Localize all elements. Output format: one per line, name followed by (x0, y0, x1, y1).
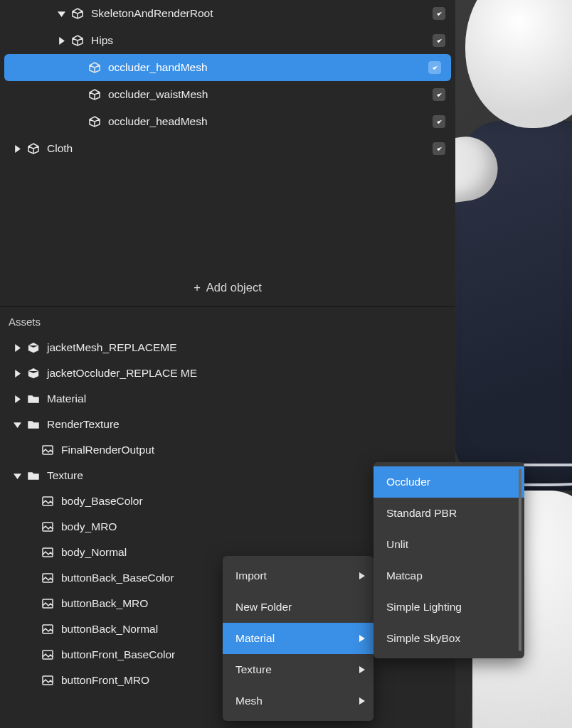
image-icon (41, 546, 54, 559)
asset-item-jacketoccluder[interactable]: jacketOccluder_REPLACE ME (0, 360, 455, 386)
chevron-right-icon (359, 569, 365, 582)
hierarchy-item-hips[interactable]: Hips (0, 27, 455, 54)
mannequin-head (465, 0, 572, 128)
image-icon (41, 597, 54, 610)
asset-label: RenderTexture (47, 418, 120, 431)
hierarchy-label: occluder_handMesh (108, 61, 208, 74)
asset-item-rendertexture-folder[interactable]: RenderTexture (0, 412, 455, 437)
chevron-right-icon (359, 632, 365, 645)
cube-icon (88, 61, 101, 74)
ctx-label: Standard PBR (386, 507, 457, 520)
chevron-down-icon[interactable] (11, 419, 23, 430)
chevron-down-icon[interactable] (11, 470, 23, 481)
asset-label: jacketMesh_REPLACEME (47, 341, 177, 354)
hierarchy-label: occluder_headMesh (108, 115, 208, 128)
assets-panel-title: Assets (0, 307, 455, 335)
info-label[interactable]: Info (540, 708, 559, 721)
folder-icon (27, 418, 40, 431)
cube-icon (88, 115, 101, 128)
mesh-icon (27, 367, 40, 380)
ctx-label: Simple SkyBox (386, 632, 460, 645)
hierarchy-item-cloth[interactable]: Cloth (0, 135, 455, 162)
hierarchy-label: Hips (91, 34, 113, 47)
asset-label: buttonFront_MRO (61, 674, 149, 687)
ctx-label: Import (235, 569, 267, 582)
image-icon (41, 648, 54, 661)
hierarchy-item-occluder-hand[interactable]: occluder_handMesh (4, 54, 451, 81)
chevron-right-icon (359, 663, 365, 676)
ctx-item-texture[interactable]: Texture (223, 654, 374, 685)
cube-icon (88, 88, 101, 101)
asset-label: jacketOccluder_REPLACE ME (47, 367, 197, 380)
ctx-item-material[interactable]: Material (223, 623, 374, 654)
cube-icon (71, 34, 84, 47)
visibility-checkbox[interactable] (433, 142, 445, 155)
ctx-item-matcap[interactable]: Matcap (374, 560, 524, 592)
ctx-item-unlit[interactable]: Unlit (374, 529, 524, 560)
hierarchy-label: occluder_waistMesh (108, 88, 208, 101)
asset-item-finalrenderoutput[interactable]: FinalRenderOutput (0, 437, 455, 463)
image-icon (41, 495, 54, 508)
ctx-label: Unlit (386, 538, 408, 551)
add-object-label: Add object (206, 281, 262, 294)
chevron-right-icon[interactable] (11, 368, 23, 379)
asset-label: Material (47, 392, 86, 405)
ctx-item-mesh[interactable]: Mesh (223, 685, 374, 717)
ctx-item-simple-skybox[interactable]: Simple SkyBox (374, 623, 524, 654)
asset-label: buttonFront_BaseColor (61, 648, 175, 661)
folder-icon (27, 469, 40, 482)
chevron-right-icon[interactable] (11, 143, 23, 154)
context-menu-material-types: Occluder Standard PBR Unlit Matcap Simpl… (374, 462, 524, 658)
hierarchy-label: Cloth (47, 142, 73, 155)
visibility-checkbox[interactable] (433, 88, 445, 101)
plus-icon: + (194, 281, 201, 294)
asset-item-jacketmesh[interactable]: jacketMesh_REPLACEME (0, 335, 455, 360)
visibility-checkbox[interactable] (433, 34, 445, 47)
hierarchy-tree: SkeletonAndRenderRoot Hips (0, 0, 455, 162)
image-icon (41, 444, 54, 456)
chevron-down-icon[interactable] (55, 8, 67, 19)
chevron-right-icon[interactable] (55, 35, 67, 46)
asset-label: buttonBack_BaseColor (61, 572, 174, 584)
hierarchy-item-occluder-head[interactable]: occluder_headMesh (0, 108, 455, 135)
image-icon (41, 572, 54, 584)
image-icon (41, 623, 54, 636)
add-object-button[interactable]: + Add object (0, 269, 455, 307)
visibility-checkbox[interactable] (428, 61, 441, 74)
asset-label: body_BaseColor (61, 495, 143, 508)
ctx-item-import[interactable]: Import (223, 560, 374, 592)
ctx-label: Texture (235, 663, 272, 676)
hierarchy-label: SkeletonAndRenderRoot (91, 7, 213, 20)
asset-label: body_Normal (61, 546, 127, 559)
asset-label: buttonBack_Normal (61, 623, 158, 636)
visibility-checkbox[interactable] (433, 7, 445, 20)
chevron-right-icon[interactable] (11, 393, 23, 405)
ctx-label: Mesh (235, 695, 263, 707)
ctx-label: Matcap (386, 569, 423, 582)
ctx-item-new-folder[interactable]: New Folder (223, 592, 374, 623)
visibility-checkbox[interactable] (433, 115, 445, 128)
ctx-item-standard-pbr[interactable]: Standard PBR (374, 498, 524, 529)
asset-label: FinalRenderOutput (61, 444, 154, 456)
asset-label: Texture (47, 469, 83, 482)
hierarchy-item-skeleton-root[interactable]: SkeletonAndRenderRoot (0, 0, 455, 27)
ctx-label: Material (235, 632, 275, 645)
ctx-label: Occluder (386, 476, 430, 488)
image-icon (41, 520, 54, 533)
mesh-icon (27, 341, 40, 354)
ctx-label: Simple Lighting (386, 601, 462, 614)
asset-label: body_MRO (61, 520, 117, 533)
ctx-item-simple-lighting[interactable]: Simple Lighting (374, 592, 524, 623)
cube-icon (71, 7, 84, 20)
chevron-right-icon[interactable] (11, 342, 23, 353)
folder-icon (27, 392, 40, 405)
chevron-right-icon (359, 695, 365, 707)
cube-icon (27, 142, 40, 155)
hierarchy-item-occluder-waist[interactable]: occluder_waistMesh (0, 81, 455, 108)
context-menu-create: Import New Folder Material Texture Mesh (223, 556, 374, 721)
ctx-label: New Folder (235, 601, 292, 614)
ctx-item-occluder[interactable]: Occluder (374, 466, 524, 498)
image-icon (41, 674, 54, 687)
asset-item-material-folder[interactable]: Material (0, 386, 455, 412)
scrollbar[interactable] (519, 469, 521, 651)
